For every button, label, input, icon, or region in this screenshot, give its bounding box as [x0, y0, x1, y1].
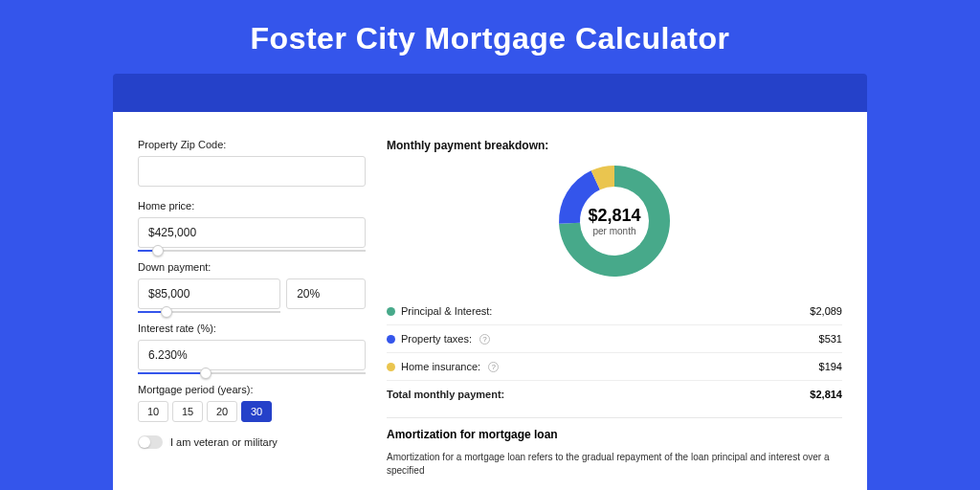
- donut-sub: per month: [588, 226, 640, 236]
- period-buttons: 10152030: [138, 401, 366, 422]
- down-label: Down payment:: [138, 261, 366, 273]
- veteran-toggle[interactable]: [138, 435, 163, 449]
- period-button-15[interactable]: 15: [172, 401, 203, 422]
- legend-row: Home insurance:?$194: [387, 353, 842, 381]
- legend-label: Home insurance:: [401, 361, 480, 372]
- period-label: Mortgage period (years):: [138, 384, 366, 395]
- legend-label: Property taxes:: [401, 333, 472, 345]
- rate-label: Interest rate (%):: [138, 323, 366, 334]
- down-amount-input[interactable]: [138, 278, 280, 309]
- period-button-30[interactable]: 30: [241, 401, 272, 422]
- legend-dot: [387, 363, 395, 371]
- legend-row: Principal & Interest:$2,089: [387, 298, 842, 325]
- rate-input[interactable]: [138, 340, 366, 370]
- rate-slider-thumb[interactable]: [200, 368, 212, 379]
- donut-amount: $2,814: [588, 206, 640, 226]
- total-label: Total monthly payment:: [387, 389, 504, 400]
- veteran-label: I am veteran or military: [170, 436, 278, 448]
- legend-value: $2,089: [810, 305, 842, 317]
- help-icon[interactable]: ?: [479, 334, 490, 345]
- zip-input[interactable]: [138, 156, 366, 187]
- legend-row: Property taxes:?$531: [387, 325, 842, 353]
- legend-dot: [387, 335, 395, 344]
- price-slider-thumb[interactable]: [152, 245, 164, 256]
- help-icon[interactable]: ?: [488, 362, 499, 372]
- breakdown-column: Monthly payment breakdown: $2,814 per mo…: [387, 139, 842, 478]
- period-button-20[interactable]: 20: [207, 401, 237, 422]
- legend-value: $531: [819, 333, 842, 345]
- price-slider[interactable]: [138, 250, 366, 252]
- breakdown-title: Monthly payment breakdown:: [387, 139, 842, 152]
- down-percent-input[interactable]: [286, 278, 366, 309]
- amort-title: Amortization for mortgage loan: [387, 428, 842, 441]
- inputs-column: Property Zip Code: Home price: Down paym…: [138, 139, 366, 478]
- zip-label: Property Zip Code:: [138, 139, 366, 150]
- legend-dot: [387, 307, 395, 316]
- rate-slider[interactable]: [138, 372, 366, 374]
- down-slider-thumb[interactable]: [161, 306, 172, 318]
- period-button-10[interactable]: 10: [138, 401, 168, 422]
- legend-label: Principal & Interest:: [401, 305, 492, 317]
- banner-stripe: [113, 74, 867, 112]
- legend-value: $194: [819, 361, 842, 372]
- page-title: Foster City Mortgage Calculator: [0, 21, 980, 56]
- divider: [387, 417, 842, 418]
- down-slider[interactable]: [138, 311, 280, 313]
- total-value: $2,814: [810, 389, 842, 400]
- price-label: Home price:: [138, 200, 366, 212]
- amort-text: Amortization for a mortgage loan refers …: [387, 451, 842, 478]
- price-input[interactable]: [138, 217, 366, 248]
- calculator-panel: Property Zip Code: Home price: Down paym…: [113, 112, 867, 490]
- donut-chart: $2,814 per month: [555, 162, 674, 280]
